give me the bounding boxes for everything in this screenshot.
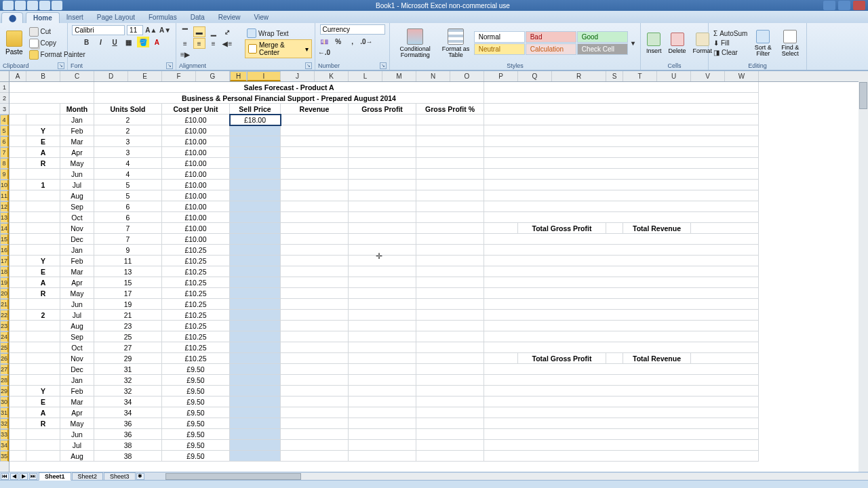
year-marker[interactable]: Y: [26, 386, 60, 396]
number-format-select[interactable]: Currency: [320, 24, 385, 35]
cell-cost[interactable]: £10.00: [162, 234, 230, 245]
new-sheet-button[interactable]: ✱: [136, 473, 144, 480]
cell-units[interactable]: 3: [94, 136, 162, 147]
row-header-13[interactable]: 13: [0, 212, 9, 223]
row-header-23[interactable]: 23: [0, 321, 9, 331]
clear-button[interactable]: ◨Clear: [711, 48, 749, 57]
year-marker[interactable]: [26, 223, 60, 234]
cell-month[interactable]: Apr: [60, 407, 94, 418]
cell-units[interactable]: 27: [94, 342, 162, 353]
cell-revenue[interactable]: [281, 245, 349, 256]
cell-gross-profit[interactable]: [349, 136, 416, 147]
year-marker[interactable]: [26, 169, 60, 180]
cell-units[interactable]: 4: [94, 169, 162, 180]
row-header-27[interactable]: 27: [0, 364, 9, 375]
cell-units[interactable]: 23: [94, 321, 162, 331]
cell-gross-profit-pct[interactable]: [416, 223, 484, 234]
cell-sell-price[interactable]: [230, 310, 281, 321]
row-header-1[interactable]: 1: [0, 82, 9, 93]
row-header-28[interactable]: 28: [0, 375, 9, 386]
cell-revenue[interactable]: [281, 147, 349, 158]
row-header-29[interactable]: 29: [0, 386, 9, 396]
col-header-J[interactable]: J: [281, 71, 315, 81]
cell-gross-profit-pct[interactable]: [416, 256, 484, 266]
year-marker[interactable]: E: [26, 136, 60, 147]
cell-sell-price[interactable]: [230, 147, 281, 158]
cell-gross-profit[interactable]: [349, 440, 416, 451]
year-marker[interactable]: E: [26, 266, 60, 277]
cell-gross-profit-pct[interactable]: [416, 440, 484, 451]
row-header-22[interactable]: 22: [0, 310, 9, 321]
cell-units[interactable]: 36: [94, 429, 162, 440]
cell-month[interactable]: Jan: [60, 375, 94, 386]
hscroll-thumb[interactable]: [165, 473, 301, 480]
cell-gross-profit[interactable]: [349, 212, 416, 223]
accounting-format-button[interactable]: 💷: [318, 36, 330, 47]
col-header-N[interactable]: N: [416, 71, 450, 81]
find-select-button[interactable]: Find & Select: [776, 28, 804, 58]
cell-cost[interactable]: £10.25: [162, 245, 230, 256]
font-dialog-launcher[interactable]: ↘: [166, 62, 173, 69]
cell-gross-profit-pct[interactable]: [416, 201, 484, 212]
cell-sell-price[interactable]: [230, 288, 281, 299]
col-header-I[interactable]: I: [247, 71, 281, 81]
align-left-button[interactable]: ≡: [179, 38, 191, 49]
cell-cost[interactable]: £9.50: [162, 440, 230, 451]
ribbon-tab-review[interactable]: Review: [212, 12, 248, 23]
cell-revenue[interactable]: [281, 256, 349, 266]
year-marker[interactable]: [26, 115, 60, 125]
cell-cost[interactable]: £10.25: [162, 353, 230, 364]
cell-sell-price[interactable]: [230, 429, 281, 440]
cell-units[interactable]: 6: [94, 212, 162, 223]
style-check-cell[interactable]: Check Cell: [577, 43, 628, 55]
font-color-button[interactable]: A: [151, 37, 163, 47]
insert-cells-button[interactable]: Insert: [644, 31, 665, 56]
year-marker[interactable]: [26, 201, 60, 212]
cell-revenue[interactable]: [281, 234, 349, 245]
paste-button[interactable]: Paste: [3, 29, 26, 57]
year-marker[interactable]: A: [26, 407, 60, 418]
cell-sell-price[interactable]: [230, 256, 281, 266]
cell-gross-profit[interactable]: [349, 310, 416, 321]
row-header-15[interactable]: 15: [0, 234, 9, 245]
col-header-M[interactable]: M: [382, 71, 416, 81]
qat-open-icon[interactable]: [52, 1, 62, 10]
cell-gross-profit-pct[interactable]: [416, 234, 484, 245]
cell-gross-profit[interactable]: [349, 331, 416, 342]
style-bad[interactable]: Bad: [526, 31, 576, 43]
cell-month[interactable]: Jul: [60, 440, 94, 451]
row-header-6[interactable]: 6: [0, 136, 9, 147]
cell-sell-price[interactable]: [230, 396, 281, 407]
cell-sell-price[interactable]: [230, 234, 281, 245]
row-header-2[interactable]: 2: [0, 93, 9, 104]
cell-sell-price[interactable]: [230, 342, 281, 353]
sheet-tab-sheet1[interactable]: Sheet1: [39, 472, 71, 481]
year-marker[interactable]: Y: [26, 256, 60, 266]
style-neutral[interactable]: Neutral: [474, 43, 525, 55]
active-cell[interactable]: £18.00: [230, 115, 281, 125]
cell-units[interactable]: 6: [94, 201, 162, 212]
cell-units[interactable]: 21: [94, 310, 162, 321]
cell-units[interactable]: 32: [94, 375, 162, 386]
row-header-16[interactable]: 16: [0, 245, 9, 256]
cell-gross-profit[interactable]: [349, 375, 416, 386]
cell-month[interactable]: Aug: [60, 321, 94, 331]
cell-units[interactable]: 4: [94, 158, 162, 169]
cell-cost[interactable]: £10.25: [162, 277, 230, 288]
number-dialog-launcher[interactable]: ↘: [380, 62, 387, 69]
row-header-33[interactable]: 33: [0, 429, 9, 440]
cell-gross-profit-pct[interactable]: [416, 115, 484, 125]
row-header-10[interactable]: 10: [0, 180, 9, 190]
label-total-revenue[interactable]: Total Revenue: [623, 223, 691, 234]
cell-sell-price[interactable]: [230, 440, 281, 451]
cell-gross-profit[interactable]: [349, 396, 416, 407]
cell-month[interactable]: May: [60, 288, 94, 299]
row-header-7[interactable]: 7: [0, 147, 9, 158]
merge-center-button[interactable]: Merge & Center▾: [245, 39, 312, 58]
cell-gross-profit-pct[interactable]: [416, 418, 484, 429]
cell-gross-profit-pct[interactable]: [416, 212, 484, 223]
cell-units[interactable]: 31: [94, 364, 162, 375]
cell-gross-profit-pct[interactable]: [416, 169, 484, 180]
cell-cost[interactable]: £9.50: [162, 396, 230, 407]
year-marker[interactable]: [26, 451, 60, 462]
